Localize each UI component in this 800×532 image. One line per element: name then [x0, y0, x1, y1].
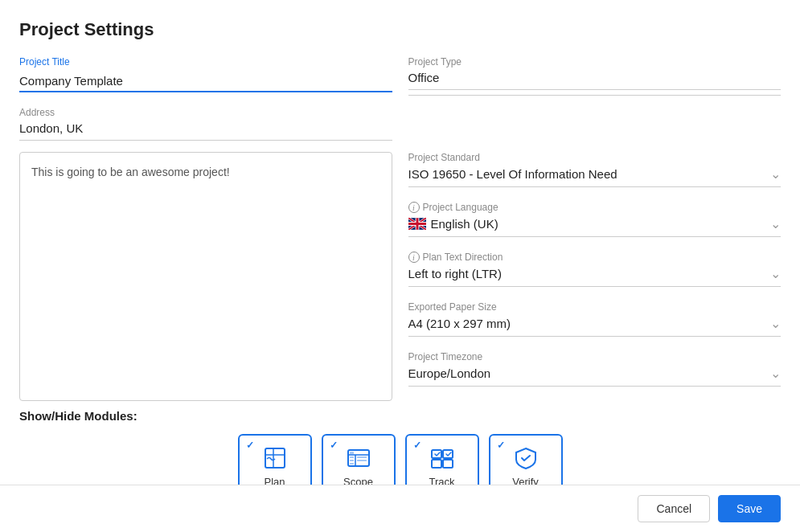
- uk-flag-icon: [408, 218, 426, 230]
- svg-rect-3: [350, 452, 354, 454]
- project-language-value: English (UK): [408, 217, 498, 231]
- svg-rect-9: [432, 450, 441, 458]
- show-hide-modules-title: Show/Hide Modules:: [19, 409, 781, 423]
- cancel-button[interactable]: Cancel: [638, 495, 710, 522]
- project-language-label: i Project Language: [408, 202, 782, 213]
- project-timezone-chevron-icon: ⌄: [770, 366, 781, 381]
- exported-paper-size-row[interactable]: A4 (210 x 297 mm) ⌄: [408, 316, 782, 337]
- project-type-row: Office: [408, 71, 782, 90]
- project-title-input[interactable]: [19, 71, 392, 92]
- plan-icon: [262, 445, 288, 471]
- plan-text-direction-field: i Plan Text Direction Left to right (LTR…: [408, 252, 782, 287]
- spacer: [408, 107, 782, 152]
- verify-icon: [513, 445, 539, 471]
- plan-text-direction-value: Left to right (LTR): [408, 267, 502, 280]
- project-title-label: Project Title: [19, 56, 392, 68]
- plan-text-direction-info-icon: i: [408, 252, 420, 263]
- svg-rect-4: [350, 456, 354, 458]
- track-checkmark-icon: ✓: [413, 440, 421, 451]
- plan-text-direction-label: i Plan Text Direction: [408, 252, 782, 263]
- svg-rect-5: [357, 456, 367, 458]
- save-button[interactable]: Save: [718, 495, 781, 522]
- page-title: Project Settings: [19, 19, 781, 40]
- project-language-row[interactable]: English (UK) ⌄: [408, 216, 782, 237]
- project-standard-field: Project Standard ISO 19650 - Level Of In…: [408, 152, 782, 187]
- project-language-info-icon: i: [408, 202, 420, 213]
- project-timezone-field: Project Timezone Europe/London ⌄: [408, 351, 782, 387]
- address-label: Address: [19, 107, 392, 118]
- project-type-value: Office: [408, 71, 782, 84]
- project-timezone-value: Europe/London: [408, 366, 491, 380]
- svg-rect-10: [443, 450, 453, 458]
- svg-rect-8: [350, 463, 354, 464]
- plan-text-direction-row[interactable]: Left to right (LTR) ⌄: [408, 266, 782, 287]
- footer-bar: Cancel Save: [0, 485, 800, 532]
- project-timezone-row[interactable]: Europe/London ⌄: [408, 366, 782, 387]
- project-standard-row[interactable]: ISO 19650 - Level Of Information Need ⌄: [408, 166, 782, 187]
- exported-paper-size-value: A4 (210 x 297 mm): [408, 317, 511, 330]
- project-language-field: i Project Language English (UK): [408, 202, 782, 237]
- track-icon: [429, 445, 455, 471]
- page-container: Project Settings Project Title Project T…: [0, 0, 800, 532]
- project-standard-label: Project Standard: [408, 152, 782, 163]
- description-text: This is going to be an awesome project!: [31, 166, 230, 178]
- svg-rect-12: [443, 460, 453, 468]
- address-value: London, UK: [19, 121, 392, 141]
- svg-rect-11: [432, 460, 441, 468]
- project-standard-chevron-icon: ⌄: [770, 166, 781, 182]
- exported-paper-size-field: Exported Paper Size A4 (210 x 297 mm) ⌄: [408, 301, 782, 337]
- address-field: Address London, UK: [19, 107, 392, 141]
- scope-icon: [346, 445, 371, 471]
- description-box[interactable]: This is going to be an awesome project!: [19, 152, 392, 401]
- svg-rect-6: [350, 460, 354, 461]
- plan-text-direction-chevron-icon: ⌄: [770, 266, 781, 281]
- form-grid: Project Title Project Type Office Addres…: [19, 56, 781, 532]
- project-type-label: Project Type: [408, 56, 782, 68]
- project-title-field: Project Title: [19, 56, 392, 96]
- svg-rect-7: [357, 460, 367, 461]
- exported-paper-size-label: Exported Paper Size: [408, 301, 782, 313]
- project-type-field: Project Type Office: [408, 56, 782, 96]
- right-settings: Project Standard ISO 19650 - Level Of In…: [408, 152, 782, 401]
- exported-paper-size-chevron-icon: ⌄: [770, 316, 781, 331]
- plan-checkmark-icon: ✓: [246, 440, 254, 451]
- project-standard-value: ISO 19650 - Level Of Information Need: [408, 167, 617, 181]
- project-timezone-label: Project Timezone: [408, 351, 782, 362]
- verify-checkmark-icon: ✓: [497, 440, 505, 451]
- scope-checkmark-icon: ✓: [330, 440, 338, 451]
- project-language-chevron-icon: ⌄: [770, 216, 781, 231]
